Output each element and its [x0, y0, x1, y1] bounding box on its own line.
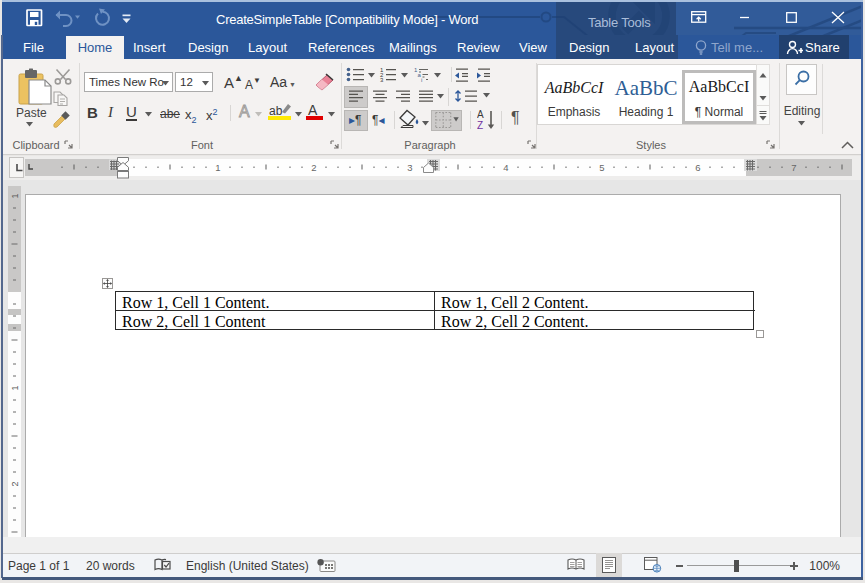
svg-text:6: 6 — [695, 162, 700, 173]
svg-text:5: 5 — [599, 162, 604, 173]
svg-text:3: 3 — [380, 77, 384, 82]
svg-text:1: 1 — [10, 385, 20, 390]
svg-text:A: A — [477, 109, 484, 120]
svg-text:1: 1 — [10, 193, 20, 198]
svg-text:4: 4 — [503, 162, 508, 173]
svg-text:2: 2 — [311, 162, 316, 173]
svg-text:7: 7 — [791, 162, 796, 173]
svg-text:3: 3 — [407, 162, 412, 173]
svg-text:1: 1 — [215, 162, 220, 173]
svg-text:Z: Z — [477, 120, 483, 130]
svg-text:i: i — [421, 77, 422, 82]
svg-text:2: 2 — [10, 481, 20, 486]
